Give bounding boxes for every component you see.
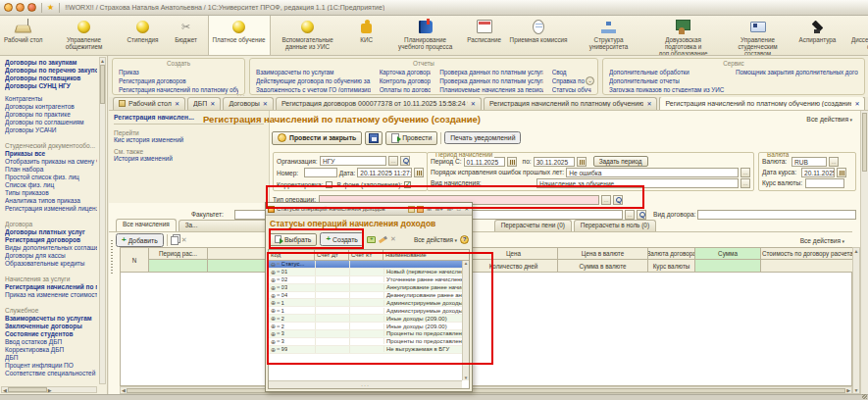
column-cost[interactable]: Стоимость по договору расчета xyxy=(761,248,855,272)
scrollbar-thumb[interactable] xyxy=(127,388,845,393)
sidebar-item[interactable]: ДБП xyxy=(5,354,97,362)
scroll-up-icon[interactable]: ▲ xyxy=(464,261,468,266)
sidebar-item[interactable]: Список физ. лиц xyxy=(5,181,97,189)
tree-expander-icon[interactable]: ⊕ xyxy=(271,338,276,345)
column-name[interactable]: Наименование xyxy=(383,250,469,260)
command-link[interactable]: Приказ xyxy=(119,68,238,76)
status-row[interactable]: ⊕ 3 Проценты по предоставленны... xyxy=(269,338,462,346)
sidebar-item[interactable] xyxy=(5,268,97,273)
report-link[interactable]: Проверка данных по платным услугам ДБП xyxy=(439,76,542,85)
subsystem-tab[interactable]: Довузовская подготовка и доп.образование xyxy=(646,16,721,55)
tree-expander-icon[interactable]: ⊕ xyxy=(271,299,276,306)
tree-expander-icon[interactable]: ⊕ xyxy=(271,276,276,283)
subsystem-tab[interactable]: Бюджет xyxy=(165,16,208,55)
help-icon[interactable]: ? xyxy=(460,235,469,244)
status-row[interactable]: ⊕ 1 Администрируемые доходы (20... xyxy=(269,299,462,307)
tree-expander-icon[interactable]: ⊕ xyxy=(271,284,276,291)
sidebar-item[interactable]: Аналитика типов приказа xyxy=(5,197,97,205)
tab-close-icon[interactable] xyxy=(263,100,268,107)
grid-tab[interactable]: Перерасчеты в ноль (0) xyxy=(574,220,656,231)
sidebar-item[interactable]: План набора xyxy=(5,166,97,174)
window-menu-icon[interactable] xyxy=(16,3,25,12)
calendar-icon[interactable] xyxy=(507,157,517,167)
sidebar-item[interactable]: Виды дополнительных соглашений xyxy=(5,244,97,252)
column-debit[interactable]: Счет Дт xyxy=(315,250,349,260)
contract-kind-field[interactable] xyxy=(697,210,856,220)
status-row[interactable]: ⊕ 1 Администрируемые доходы (20... xyxy=(269,307,462,315)
sidebar-item[interactable]: Процент инфляции ПО xyxy=(5,362,97,370)
grid-all-actions-button[interactable]: Все действия xyxy=(800,237,844,244)
sidebar-item[interactable]: Ввод остатков ДБП xyxy=(5,338,97,346)
window-tab[interactable]: Регистрация начислений по платному обуче… xyxy=(659,97,865,110)
grid-tab[interactable]: За... xyxy=(179,220,269,231)
report-link[interactable]: Действующие договора по обучению за пери… xyxy=(256,76,371,85)
tab-close-icon[interactable] xyxy=(210,100,215,107)
window-tab[interactable]: Рабочий стол xyxy=(113,97,185,110)
choose-button[interactable]: … xyxy=(829,157,839,167)
tree-expander-icon[interactable]: ⊖ xyxy=(271,261,276,268)
sidebar-item[interactable]: Договоры СУНЦ НГУ xyxy=(5,82,97,90)
report-link[interactable]: Карточка договора xyxy=(380,68,432,76)
service-link[interactable]: Дополнительные отчеты xyxy=(609,76,727,85)
status-row[interactable]: ⊕ 01 Новый (первичное начисление) xyxy=(269,269,462,276)
column-sum[interactable]: Сумма xyxy=(695,248,761,272)
grid-vertical-scrollbar[interactable]: ▲ ▼ xyxy=(852,247,860,394)
sidebar-item[interactable]: Состояние студентов xyxy=(5,330,97,338)
window-tab[interactable]: Договоры xyxy=(223,97,274,110)
restore-settings-icon[interactable] xyxy=(417,206,424,213)
select-button[interactable]: Выбрать xyxy=(269,233,317,246)
status-row[interactable]: ⊕ 2 Иные доходы (209.00) xyxy=(269,315,462,323)
window-tab[interactable]: Регистрация начислений по платному обуче… xyxy=(484,97,658,110)
report-link[interactable]: Статусы обучаю.. xyxy=(552,85,591,92)
save-settings-icon[interactable] xyxy=(408,206,415,213)
scroll-right-icon[interactable]: ▶ xyxy=(846,387,850,393)
tab-close-icon[interactable] xyxy=(854,100,859,107)
tree-expander-icon[interactable]: ⊕ xyxy=(271,315,276,322)
choose-button[interactable]: … xyxy=(388,156,398,166)
subsystem-tab[interactable]: Диссертационные советы xyxy=(840,16,868,55)
all-actions-button[interactable]: Все действия xyxy=(806,116,852,123)
choose-button[interactable]: … xyxy=(625,210,635,220)
popup-vertical-scrollbar[interactable]: ▲ ▼ xyxy=(462,261,469,380)
status-row[interactable]: ⊕ 2 Иные доходы (209.00) xyxy=(269,323,462,330)
tree-expander-icon[interactable]: ⊕ xyxy=(271,307,276,314)
print-notifications-button[interactable]: Печать уведомлений xyxy=(444,131,521,144)
sidebar-item[interactable]: Договоры по перечню закупок xyxy=(5,67,97,75)
search-icon[interactable] xyxy=(400,156,410,166)
edit-pencil-icon[interactable] xyxy=(379,235,387,243)
status-row[interactable]: ⊕ 02 Уточнение ранее начисленных ... xyxy=(269,276,462,284)
chevron-down-icon[interactable]: ⌄ xyxy=(586,76,594,85)
choose-button[interactable]: … xyxy=(740,168,750,177)
report-link[interactable]: Планируемые начисления за период xyxy=(439,85,542,92)
delete-icon[interactable]: ✕ xyxy=(390,235,396,243)
sidebar-item[interactable]: Образовательные кредиты xyxy=(5,260,97,268)
post-button[interactable]: Провести xyxy=(385,131,437,145)
sidebar-item[interactable]: Регистрация изменений лицензий xyxy=(5,205,97,213)
scroll-up-icon[interactable]: ▲ xyxy=(100,58,105,64)
sidebar-horizontal-scrollbar[interactable]: ◀ ▶ xyxy=(1,386,97,393)
background-checkbox[interactable] xyxy=(404,181,411,188)
column-n[interactable]: N xyxy=(121,248,149,272)
subsystem-tab[interactable]: Стипендия xyxy=(122,16,165,55)
sidebar-item[interactable]: Договоры по практике xyxy=(5,111,97,119)
grid-horizontal-scrollbar[interactable]: ◀ ▶ xyxy=(120,386,852,394)
column-code[interactable]: Код xyxy=(269,250,315,260)
window-tab[interactable]: ДБП xyxy=(187,97,221,110)
sidebar-item[interactable]: Взаиморасчеты по услугам xyxy=(5,315,97,323)
scroll-up-icon[interactable]: ▲ xyxy=(854,248,859,254)
column-contract-currency[interactable]: Валюта договора Курс валюты xyxy=(648,248,695,272)
scroll-right-icon[interactable]: ▶ xyxy=(47,387,53,393)
report-link[interactable]: Оплаты по договорам xyxy=(380,85,432,92)
service-menu-icon[interactable] xyxy=(27,3,36,12)
set-period-button[interactable]: Задать период xyxy=(593,156,648,167)
nav-link-kis-history[interactable]: Кис история изменений xyxy=(114,136,183,143)
rate-date-field[interactable]: 20.11.2025 xyxy=(801,168,835,177)
search-icon[interactable] xyxy=(613,195,623,205)
tab-close-icon[interactable] xyxy=(471,100,476,107)
sidebar-item[interactable]: Договоры поставщиков xyxy=(5,75,97,82)
delete-icon[interactable]: ✕ xyxy=(181,236,187,244)
search-icon[interactable] xyxy=(637,210,646,220)
sidebar-item[interactable]: Договора xyxy=(5,221,97,228)
report-link[interactable]: Взаиморасчеты по услугам xyxy=(256,68,371,76)
sidebar-item[interactable] xyxy=(5,134,97,139)
